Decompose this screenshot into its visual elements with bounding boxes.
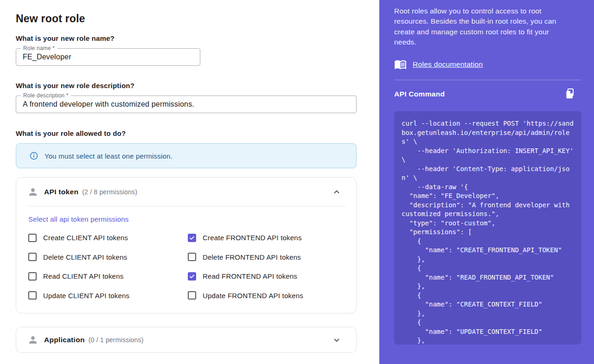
checkbox-unchecked-icon[interactable] bbox=[28, 272, 37, 281]
role-name-field[interactable]: Role name * bbox=[16, 48, 200, 66]
checkbox-checked-icon[interactable] bbox=[188, 272, 196, 281]
user-icon bbox=[27, 186, 38, 198]
permission-create-client-api-tokens[interactable]: Create CLIENT API tokens bbox=[28, 228, 188, 248]
permission-label: Delete FRONTEND API tokens bbox=[203, 253, 301, 261]
chevron-down-icon[interactable] bbox=[331, 334, 342, 345]
role-description-question: What is your new role description? bbox=[16, 82, 134, 89]
checkbox-unchecked-icon[interactable] bbox=[28, 253, 37, 261]
api-command-title: API Command bbox=[394, 90, 445, 98]
roles-help-sidebar: Root roles allow you to control access t… bbox=[379, 0, 594, 364]
permission-update-frontend-api-tokens[interactable]: Update FRONTEND API tokens bbox=[188, 286, 344, 306]
checkbox-unchecked-icon[interactable] bbox=[28, 291, 37, 300]
permission-read-client-api-tokens[interactable]: Read CLIENT API tokens bbox=[28, 267, 188, 286]
checkbox-unchecked-icon[interactable] bbox=[188, 253, 196, 261]
roles-documentation-link[interactable]: Roles documentation bbox=[413, 60, 483, 69]
role-permissions-question: What is your role allowed to do? bbox=[16, 129, 126, 137]
application-section-title: Application bbox=[44, 336, 85, 344]
permission-label: Delete CLIENT API tokens bbox=[43, 253, 127, 261]
role-name-question: What is your new role name? bbox=[16, 34, 115, 42]
checkbox-checked-icon[interactable] bbox=[188, 234, 196, 242]
root-roles-description: Root roles allow you to control access t… bbox=[394, 6, 581, 47]
user-icon bbox=[27, 334, 38, 345]
copy-icon[interactable] bbox=[564, 88, 576, 100]
application-permission-count: (0 / 1 permissions) bbox=[89, 336, 144, 344]
permission-delete-frontend-api-tokens[interactable]: Delete FRONTEND API tokens bbox=[188, 248, 344, 267]
permission-read-frontend-api-tokens[interactable]: Read FRONTEND API tokens bbox=[188, 267, 344, 286]
role-description-field-label: Role description * bbox=[21, 92, 71, 99]
api-token-accordion: API token (2 / 8 permissions) Select all… bbox=[16, 177, 357, 313]
role-name-field-label: Role name * bbox=[21, 45, 57, 52]
role-description-field[interactable]: Role description * bbox=[16, 96, 357, 113]
permission-create-frontend-api-tokens[interactable]: Create FRONTEND API tokens bbox=[188, 228, 344, 248]
role-form-panel: New root role What is your new role name… bbox=[0, 0, 379, 364]
permissions-grid: Create CLIENT API tokens Create FRONTEND… bbox=[28, 228, 344, 305]
chevron-up-icon[interactable] bbox=[331, 186, 342, 198]
new-root-role-page: New root role What is your new role name… bbox=[0, 0, 594, 364]
permissions-info-alert: You must select at least one permission. bbox=[16, 143, 357, 168]
permission-label: Create CLIENT API tokens bbox=[43, 234, 128, 242]
book-icon bbox=[394, 58, 407, 70]
curl-command-text: curl --location --request POST 'https://… bbox=[394, 111, 581, 345]
page-title: New root role bbox=[16, 13, 85, 25]
sidebar-divider bbox=[394, 80, 581, 80]
permission-label: Create FRONTEND API tokens bbox=[203, 234, 302, 242]
checkbox-unchecked-icon[interactable] bbox=[188, 291, 196, 300]
roles-documentation-row[interactable]: Roles documentation bbox=[394, 58, 483, 70]
permission-label: Read FRONTEND API tokens bbox=[203, 272, 297, 280]
permission-label: Read CLIENT API tokens bbox=[43, 272, 123, 280]
api-token-section-title: API token bbox=[44, 188, 78, 196]
alert-message: You must select at least one permission. bbox=[45, 152, 172, 160]
checkbox-unchecked-icon[interactable] bbox=[28, 234, 37, 242]
application-accordion-header[interactable]: Application (0 / 1 permissions) bbox=[16, 327, 356, 352]
api-token-accordion-header[interactable]: API token (2 / 8 permissions) bbox=[16, 178, 356, 206]
application-accordion: Application (0 / 1 permissions) bbox=[16, 327, 357, 353]
select-all-api-token-permissions-link[interactable]: Select all api token permissions bbox=[28, 215, 129, 223]
permission-update-client-api-tokens[interactable]: Update CLIENT API tokens bbox=[28, 286, 188, 306]
permission-label: Update FRONTEND API tokens bbox=[203, 292, 303, 300]
info-icon bbox=[30, 152, 38, 160]
api-command-code-block: curl --location --request POST 'https://… bbox=[394, 111, 581, 345]
api-token-accordion-body: Select all api token permissions Create … bbox=[16, 206, 356, 305]
api-token-permission-count: (2 / 8 permissions) bbox=[82, 188, 137, 196]
permission-delete-client-api-tokens[interactable]: Delete CLIENT API tokens bbox=[28, 248, 188, 267]
permission-label: Update CLIENT API tokens bbox=[43, 292, 129, 300]
